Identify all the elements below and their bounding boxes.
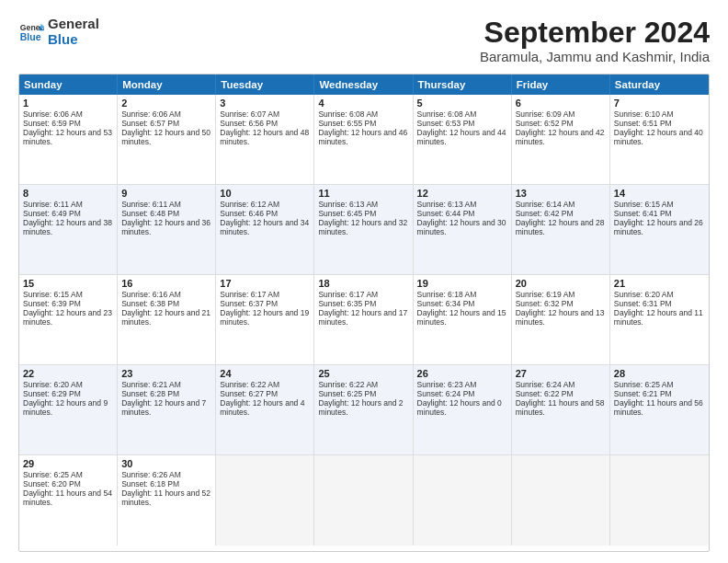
table-row: 17Sunrise: 6:17 AMSunset: 6:37 PMDayligh… <box>216 275 314 365</box>
table-row: 1Sunrise: 6:06 AMSunset: 6:59 PMDaylight… <box>19 95 118 185</box>
table-row: 26Sunrise: 6:23 AMSunset: 6:24 PMDayligh… <box>414 365 512 455</box>
table-row: 30Sunrise: 6:26 AMSunset: 6:18 PMDayligh… <box>118 455 216 546</box>
table-row: 29Sunrise: 6:25 AMSunset: 6:20 PMDayligh… <box>19 455 118 546</box>
table-row: 28Sunrise: 6:25 AMSunset: 6:21 PMDayligh… <box>610 365 709 455</box>
logo: General Blue General Blue <box>18 17 99 47</box>
table-row: 2Sunrise: 6:06 AMSunset: 6:57 PMDaylight… <box>118 95 216 185</box>
page: General Blue General Blue September 2024… <box>0 0 728 563</box>
header-monday: Monday <box>118 75 216 95</box>
header: General Blue General Blue September 2024… <box>18 17 710 64</box>
table-row: 3Sunrise: 6:07 AMSunset: 6:56 PMDaylight… <box>216 95 314 185</box>
table-row <box>512 455 610 546</box>
table-row <box>610 455 709 546</box>
logo-icon: General Blue <box>18 19 44 45</box>
svg-text:Blue: Blue <box>20 30 41 41</box>
header-saturday: Saturday <box>610 75 709 95</box>
month-title: September 2024 <box>480 17 710 49</box>
table-row <box>414 455 512 546</box>
table-row: 19Sunrise: 6:18 AMSunset: 6:34 PMDayligh… <box>414 275 512 365</box>
table-row: 7Sunrise: 6:10 AMSunset: 6:51 PMDaylight… <box>610 95 709 185</box>
table-row: 20Sunrise: 6:19 AMSunset: 6:32 PMDayligh… <box>512 275 610 365</box>
location: Baramula, Jammu and Kashmir, India <box>480 49 710 64</box>
table-row: 10Sunrise: 6:12 AMSunset: 6:46 PMDayligh… <box>216 185 314 275</box>
table-row <box>216 455 314 546</box>
header-wednesday: Wednesday <box>314 75 413 95</box>
header-tuesday: Tuesday <box>216 75 314 95</box>
table-row: 8Sunrise: 6:11 AMSunset: 6:49 PMDaylight… <box>19 185 118 275</box>
table-row: 12Sunrise: 6:13 AMSunset: 6:44 PMDayligh… <box>414 185 512 275</box>
table-row: 18Sunrise: 6:17 AMSunset: 6:35 PMDayligh… <box>314 275 413 365</box>
table-row: 25Sunrise: 6:22 AMSunset: 6:25 PMDayligh… <box>314 365 413 455</box>
table-row: 13Sunrise: 6:14 AMSunset: 6:42 PMDayligh… <box>512 185 610 275</box>
table-row: 11Sunrise: 6:13 AMSunset: 6:45 PMDayligh… <box>314 185 413 275</box>
header-thursday: Thursday <box>414 75 512 95</box>
calendar: Sunday Monday Tuesday Wednesday Thursday… <box>18 74 710 552</box>
table-row: 15Sunrise: 6:15 AMSunset: 6:39 PMDayligh… <box>19 275 118 365</box>
table-row: 23Sunrise: 6:21 AMSunset: 6:28 PMDayligh… <box>118 365 216 455</box>
header-sunday: Sunday <box>19 75 118 95</box>
calendar-header: Sunday Monday Tuesday Wednesday Thursday… <box>19 75 709 95</box>
calendar-body: 1Sunrise: 6:06 AMSunset: 6:59 PMDaylight… <box>19 95 709 546</box>
table-row: 22Sunrise: 6:20 AMSunset: 6:29 PMDayligh… <box>19 365 118 455</box>
table-row: 21Sunrise: 6:20 AMSunset: 6:31 PMDayligh… <box>610 275 709 365</box>
table-row: 9Sunrise: 6:11 AMSunset: 6:48 PMDaylight… <box>118 185 216 275</box>
table-row: 24Sunrise: 6:22 AMSunset: 6:27 PMDayligh… <box>216 365 314 455</box>
logo-text: General Blue <box>48 17 99 47</box>
table-row: 16Sunrise: 6:16 AMSunset: 6:38 PMDayligh… <box>118 275 216 365</box>
table-row: 5Sunrise: 6:08 AMSunset: 6:53 PMDaylight… <box>414 95 512 185</box>
table-row: 6Sunrise: 6:09 AMSunset: 6:52 PMDaylight… <box>512 95 610 185</box>
table-row: 14Sunrise: 6:15 AMSunset: 6:41 PMDayligh… <box>610 185 709 275</box>
header-friday: Friday <box>512 75 610 95</box>
table-row: 27Sunrise: 6:24 AMSunset: 6:22 PMDayligh… <box>512 365 610 455</box>
title-block: September 2024 Baramula, Jammu and Kashm… <box>480 17 710 64</box>
table-row <box>314 455 413 546</box>
table-row: 4Sunrise: 6:08 AMSunset: 6:55 PMDaylight… <box>314 95 413 185</box>
